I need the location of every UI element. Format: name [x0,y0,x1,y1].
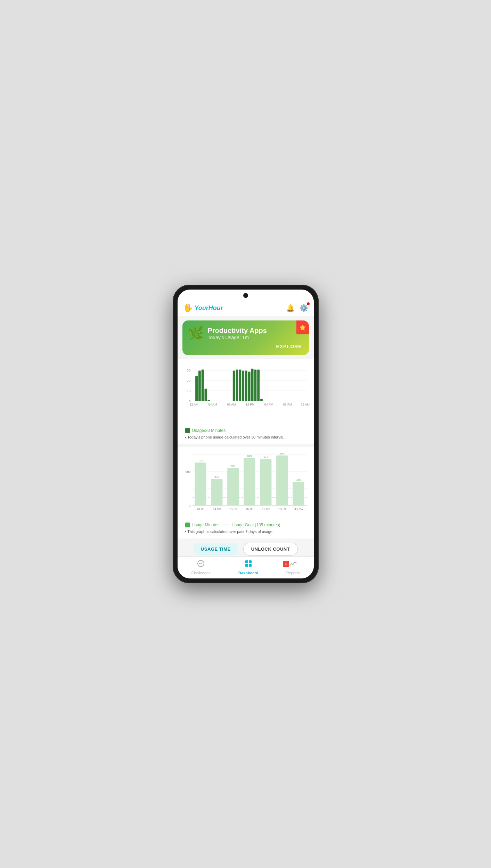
nav-dashboard[interactable]: Dashboard [238,559,258,575]
hourly-chart-svg: 30 20 10 0 [181,364,310,425]
svg-text:04 PM: 04 PM [264,403,273,406]
svg-text:415: 415 [296,478,301,482]
top-bar: 🖐 YourHour 🔔 ⚙️ [178,301,314,316]
svg-text:0: 0 [189,504,190,508]
svg-rect-9 [198,371,201,401]
svg-rect-15 [239,370,241,401]
svg-text:754: 754 [198,459,203,462]
promo-text: Productivity Apps Today's Usage: 1m [208,327,267,340]
weekly-usage-legend: Usage Minutes [192,523,220,527]
svg-rect-14 [236,370,238,401]
weekly-goal-legend: Usage Goal (135 minutes) [232,523,280,527]
phone-frame: 🖐 YourHour 🔔 ⚙️ ⭐ 🌿 Productivity Apps [173,285,319,583]
svg-rect-64 [249,564,252,567]
logo-area: 🖐 YourHour [183,303,223,312]
usage-time-button[interactable]: USAGE TIME [193,543,238,556]
settings-badge [307,302,310,305]
svg-rect-38 [195,462,206,505]
weekly-chart-section: 500 0 754 470 [178,447,314,539]
svg-rect-61 [245,560,248,563]
svg-rect-8 [195,376,198,401]
svg-text:884: 884 [280,452,285,455]
svg-rect-19 [251,369,253,401]
phone-screen: 🖐 YourHour 🔔 ⚙️ ⭐ 🌿 Productivity Apps [178,290,314,578]
challenges-label: Challenges [191,571,211,575]
svg-rect-13 [232,371,235,401]
svg-rect-16 [242,371,244,401]
svg-rect-63 [245,564,248,567]
svg-rect-46 [260,459,271,506]
promo-leaf-icon: 🌿 [188,326,204,341]
svg-text:13-09: 13-09 [196,508,204,511]
dashboard-icon [244,559,253,570]
svg-rect-11 [204,389,207,401]
svg-rect-42 [227,468,239,506]
bell-icon[interactable]: 🔔 [286,304,295,312]
promo-content: 🌿 Productivity Apps Today's Usage: 1m [188,326,303,341]
app-title: YourHour [195,304,223,312]
svg-text:12 PM: 12 PM [246,403,254,406]
top-icons: 🔔 ⚙️ [286,304,308,312]
weekly-chart-note: This graph is calculated over past 7 day… [185,529,306,534]
svg-text:10: 10 [187,389,190,393]
promo-star-badge: ⭐ [296,320,309,334]
hourly-legend-label: Usage/30 Minutes [192,428,226,433]
svg-text:500: 500 [185,470,190,474]
hourly-chart-note: Today's phone usage calculated over 30 m… [185,435,306,439]
svg-text:30: 30 [187,368,190,372]
nav-reports[interactable]: 1 Reports [286,559,300,575]
svg-rect-50 [293,482,304,506]
svg-text:14-09: 14-09 [213,508,221,511]
svg-text:817: 817 [263,456,268,459]
reports-badge: 1 [283,561,289,567]
svg-text:17-09: 17-09 [262,508,270,511]
svg-text:658: 658 [231,465,236,468]
legend-color-weekly [185,523,190,527]
promo-banner[interactable]: ⭐ 🌿 Productivity Apps Today's Usage: 1m … [182,320,309,355]
promo-subtitle: Today's Usage: 1m [208,335,267,340]
svg-text:18-09: 18-09 [278,508,286,511]
svg-text:12 AM: 12 AM [301,403,309,406]
svg-text:843: 843 [247,454,252,458]
svg-rect-21 [257,370,260,401]
svg-text:TODAY: TODAY [293,508,303,511]
svg-rect-20 [254,370,256,401]
promo-title: Productivity Apps [208,327,267,335]
explore-label: EXPLORE [276,344,302,349]
svg-rect-22 [260,399,263,401]
explore-button[interactable]: EXPLORE [188,343,303,350]
gear-icon: ⚙️ [300,304,308,312]
svg-text:12 AM: 12 AM [189,403,198,406]
svg-text:20: 20 [187,379,190,383]
svg-rect-10 [201,370,204,401]
scroll-content[interactable]: ⭐ 🌿 Productivity Apps Today's Usage: 1m … [178,316,314,556]
chart-toggle-buttons: USAGE TIME UNLOCK COUNT [182,543,309,556]
legend-color-hourly [185,428,190,433]
svg-rect-17 [245,371,247,401]
camera-notch [243,293,248,298]
svg-text:16-09: 16-09 [245,508,253,511]
hourly-chart-section: 30 20 10 0 [178,359,314,444]
bottom-nav: Challenges Dashboard 1 [178,556,314,578]
svg-text:08 PM: 08 PM [283,403,292,406]
dashboard-label: Dashboard [238,571,258,575]
svg-text:470: 470 [214,476,219,479]
svg-text:08 AM: 08 AM [227,403,236,406]
reports-icon [289,559,297,570]
weekly-chart-legend: Usage Minutes Usage Goal (135 minutes) [185,523,306,527]
legend-goal-line [223,525,230,525]
hourly-chart-legend: Usage/30 Minutes [185,428,306,433]
nav-challenges[interactable]: Challenges [191,559,211,575]
svg-text:15-09: 15-09 [229,508,237,511]
svg-rect-18 [248,372,250,401]
svg-text:04 AM: 04 AM [208,403,217,406]
svg-rect-40 [211,479,222,505]
svg-text:0: 0 [188,399,190,403]
svg-rect-44 [244,458,255,506]
settings-button[interactable]: ⚙️ [300,304,308,312]
weekly-chart-svg: 500 0 754 470 [181,451,310,519]
unlock-count-button[interactable]: UNLOCK COUNT [243,543,298,556]
reports-label: Reports [286,571,300,575]
svg-rect-48 [276,456,288,506]
hand-logo-icon: 🖐 [183,303,193,312]
